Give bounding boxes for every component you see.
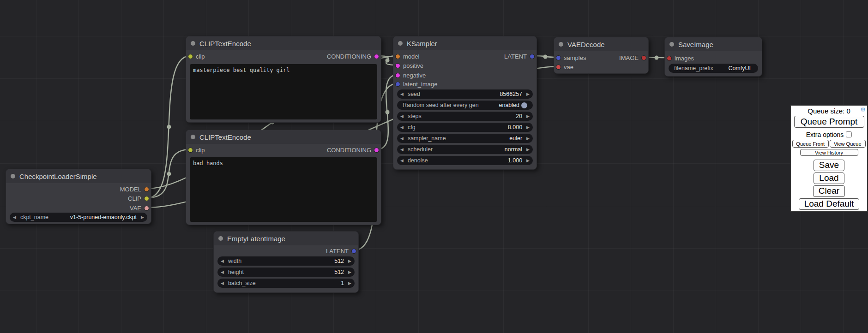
slot-dot-negative[interactable] — [396, 73, 400, 77]
settings-gear-icon[interactable]: ⚙ — [860, 107, 866, 113]
decrement-arrow-icon[interactable]: ◀ — [221, 259, 224, 263]
output-slot-vae[interactable]: VAE — [130, 203, 149, 213]
input-slot-images[interactable]: images — [667, 54, 694, 63]
node-title-bar[interactable]: SaveImage — [665, 37, 762, 51]
node-emptylatentimage[interactable]: EmptyLatentImage LATENT ◀ width 512 ▶ ◀ … — [213, 231, 359, 293]
output-slot-latent[interactable]: LATENT — [504, 52, 534, 61]
prompt-textarea-positive[interactable]: masterpiece best quality girl — [190, 64, 377, 119]
slot-dot-samples[interactable] — [556, 56, 561, 60]
decrement-arrow-icon[interactable]: ◀ — [400, 92, 404, 96]
slot-dot-images[interactable] — [667, 56, 671, 60]
decrement-arrow-icon[interactable]: ◀ — [400, 125, 404, 130]
input-slot-latent-image[interactable]: latent_image — [396, 79, 437, 89]
increment-arrow-icon[interactable]: ▶ — [348, 270, 351, 274]
load-default-button[interactable]: Load Default — [799, 198, 860, 210]
node-title-bar[interactable]: CLIPTextEncode — [186, 36, 381, 50]
node-ksampler[interactable]: KSampler model positive negative latent_… — [393, 36, 537, 170]
node-checkpointloadersimple[interactable]: CheckpointLoaderSimple MODEL CLIP VAE ◀ … — [6, 169, 151, 224]
increment-arrow-icon[interactable]: ▶ — [141, 215, 144, 220]
widget-steps[interactable]: ◀ steps 20 ▶ — [397, 112, 533, 121]
decrement-arrow-icon[interactable]: ◀ — [13, 215, 16, 220]
slot-dot-model[interactable] — [396, 54, 400, 59]
decrement-arrow-icon[interactable]: ◀ — [400, 114, 404, 119]
view-queue-button[interactable]: View Queue — [830, 140, 866, 148]
slot-dot-clip[interactable] — [188, 148, 193, 152]
decrement-arrow-icon[interactable]: ◀ — [221, 270, 224, 274]
widget-random-seed[interactable]: Random seed after every gen enabled — [397, 101, 533, 110]
slot-dot-conditioning[interactable] — [374, 54, 379, 59]
increment-arrow-icon[interactable]: ▶ — [526, 148, 530, 152]
widget-height[interactable]: ◀ height 512 ▶ — [217, 268, 355, 277]
slot-dot-vae[interactable] — [145, 206, 149, 210]
slot-dot-latent-image[interactable] — [396, 82, 400, 86]
input-slot-model[interactable]: model — [396, 52, 419, 61]
collapse-dot-icon[interactable] — [218, 236, 223, 241]
queue-prompt-button[interactable]: Queue Prompt — [794, 116, 864, 128]
slot-dot-clip[interactable] — [145, 196, 149, 201]
node-title-bar[interactable]: VAEDecode — [554, 37, 648, 51]
collapse-dot-icon[interactable] — [398, 41, 403, 46]
collapse-dot-icon[interactable] — [559, 42, 563, 47]
slot-dot-positive[interactable] — [396, 64, 400, 68]
slot-dot-vae[interactable] — [556, 65, 561, 69]
decrement-arrow-icon[interactable]: ◀ — [400, 159, 404, 163]
save-button[interactable]: Save — [814, 160, 844, 171]
increment-arrow-icon[interactable]: ▶ — [526, 114, 530, 119]
widget-scheduler[interactable]: ◀ scheduler normal ▶ — [397, 145, 533, 154]
node-title-bar[interactable]: KSampler — [393, 36, 536, 50]
widget-sampler-name[interactable]: ◀ sampler_name euler ▶ — [397, 134, 533, 143]
collapse-dot-icon[interactable] — [669, 42, 674, 47]
output-slot-image[interactable]: IMAGE — [619, 53, 646, 62]
slot-dot-clip[interactable] — [188, 54, 193, 59]
widget-ckpt-name[interactable]: ◀ ckpt_name v1-5-pruned-emaonly.ckpt ▶ — [10, 213, 147, 222]
slot-dot-conditioning[interactable] — [374, 148, 379, 152]
node-title-bar[interactable]: EmptyLatentImage — [214, 232, 358, 245]
node-title-bar[interactable]: CLIPTextEncode — [186, 130, 381, 144]
input-slot-clip[interactable]: clip — [188, 145, 205, 155]
output-slot-model[interactable]: MODEL — [120, 184, 149, 194]
increment-arrow-icon[interactable]: ▶ — [348, 259, 351, 263]
slot-dot-latent[interactable] — [352, 249, 356, 253]
widget-seed[interactable]: ◀ seed 8566257 ▶ — [397, 89, 533, 99]
input-slot-samples[interactable]: samples — [556, 53, 586, 62]
widget-denoise[interactable]: ◀ denoise 1.000 ▶ — [397, 156, 533, 165]
increment-arrow-icon[interactable]: ▶ — [348, 281, 351, 285]
widget-filename-prefix[interactable]: filename_prefix ComfyUI — [669, 64, 758, 73]
increment-arrow-icon[interactable]: ▶ — [526, 125, 530, 130]
widget-width[interactable]: ◀ width 512 ▶ — [217, 256, 355, 266]
clear-button[interactable]: Clear — [813, 185, 845, 197]
view-history-button[interactable]: View History — [800, 149, 858, 156]
widget-batch-size[interactable]: ◀ batch_size 1 ▶ — [217, 279, 355, 288]
node-saveimage[interactable]: SaveImage images filename_prefix ComfyUI — [664, 37, 762, 77]
slot-dot-latent[interactable] — [530, 54, 534, 59]
output-slot-conditioning[interactable]: CONDITIONING — [327, 52, 379, 61]
input-slot-vae[interactable]: vae — [556, 62, 573, 71]
extra-options-checkbox[interactable] — [846, 131, 852, 137]
toggle-dot-icon[interactable] — [521, 102, 527, 108]
node-cliptextencode-positive[interactable]: CLIPTextEncode clip CONDITIONING masterp… — [186, 36, 381, 123]
decrement-arrow-icon[interactable]: ◀ — [221, 281, 224, 285]
node-vaedecode[interactable]: VAEDecode samples vae IMAGE — [554, 37, 649, 74]
output-slot-conditioning[interactable]: CONDITIONING — [327, 145, 379, 155]
widget-cfg[interactable]: ◀ cfg 8.000 ▶ — [397, 123, 533, 132]
increment-arrow-icon[interactable]: ▶ — [526, 137, 530, 141]
collapse-dot-icon[interactable] — [191, 135, 195, 139]
node-cliptextencode-negative[interactable]: CLIPTextEncode clip CONDITIONING bad han… — [186, 130, 381, 225]
queue-front-button[interactable]: Queue Front — [792, 140, 829, 148]
comfyui-canvas[interactable]: CheckpointLoaderSimple MODEL CLIP VAE ◀ … — [0, 0, 868, 333]
increment-arrow-icon[interactable]: ▶ — [526, 159, 530, 163]
output-slot-latent[interactable]: LATENT — [326, 246, 356, 256]
increment-arrow-icon[interactable]: ▶ — [526, 92, 530, 96]
output-slot-clip[interactable]: CLIP — [128, 194, 149, 203]
prompt-textarea-negative[interactable]: bad hands — [190, 157, 377, 222]
input-slot-negative[interactable]: negative — [396, 71, 426, 80]
input-slot-positive[interactable]: positive — [396, 61, 423, 70]
input-slot-clip[interactable]: clip — [188, 52, 205, 61]
slot-dot-model[interactable] — [145, 187, 149, 191]
decrement-arrow-icon[interactable]: ◀ — [400, 137, 404, 141]
collapse-dot-icon[interactable] — [11, 174, 15, 178]
collapse-dot-icon[interactable] — [191, 41, 195, 46]
slot-dot-image[interactable] — [642, 56, 646, 60]
decrement-arrow-icon[interactable]: ◀ — [400, 148, 404, 152]
load-button[interactable]: Load — [814, 172, 844, 184]
